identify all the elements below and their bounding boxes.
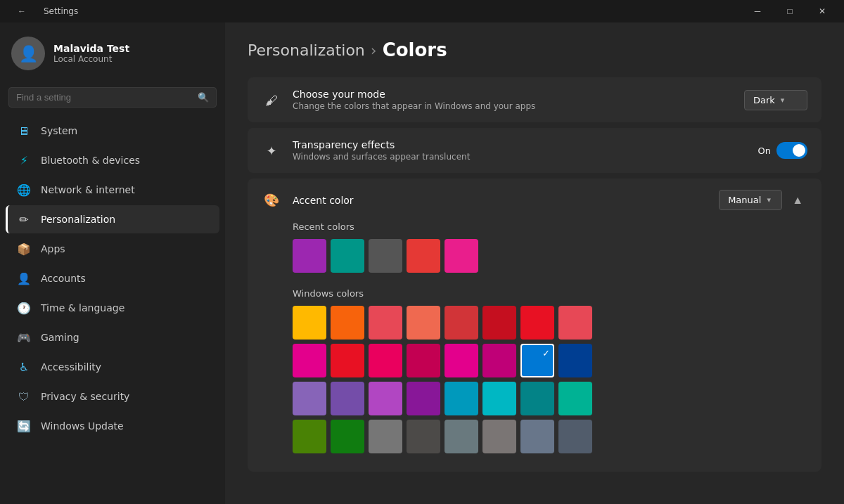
win-swatch-2-3[interactable] xyxy=(407,382,440,415)
win-swatch-3-3[interactable] xyxy=(407,420,440,453)
nav-network[interactable]: 🌐 Network & internet xyxy=(6,176,219,204)
accent-text: Accent color xyxy=(293,195,708,206)
apps-icon: 📦 xyxy=(17,242,31,256)
win-swatch-1-4[interactable] xyxy=(445,344,478,377)
win-swatch-3-6[interactable] xyxy=(520,420,554,453)
transparency-card: ✦ Transparency effects Windows and surfa… xyxy=(248,128,821,173)
user-name: Malavida Test xyxy=(53,43,129,54)
breadcrumb-parent[interactable]: Personalization xyxy=(248,41,365,59)
mode-dropdown[interactable]: Dark ▾ xyxy=(744,90,807,110)
win-swatch-1-3[interactable] xyxy=(407,344,440,377)
transparency-toggle[interactable] xyxy=(776,142,807,159)
accent-icon: 🎨 xyxy=(262,190,281,210)
recent-colors-row xyxy=(293,239,807,273)
privacy-icon: 🛡 xyxy=(17,389,31,403)
main-content: Personalization › Colors 🖌 Choose your m… xyxy=(225,22,844,504)
maximize-button[interactable]: □ xyxy=(774,0,806,22)
recent-swatch-1[interactable] xyxy=(331,239,364,273)
win-swatch-0-2[interactable] xyxy=(369,306,402,340)
win-swatch-3-5[interactable] xyxy=(482,420,516,453)
win-swatch-3-1[interactable] xyxy=(331,420,364,453)
mode-card: 🖌 Choose your mode Change the colors tha… xyxy=(248,77,821,122)
windows-colors-row-3 xyxy=(293,420,807,453)
nav-bluetooth[interactable]: ⚡ Bluetooth & devices xyxy=(6,146,219,174)
recent-swatch-3[interactable] xyxy=(407,239,440,273)
win-swatch-0-7[interactable] xyxy=(558,306,592,340)
win-swatch-0-6[interactable] xyxy=(520,306,554,340)
transparency-text: Transparency effects Windows and surface… xyxy=(293,139,747,162)
search-input[interactable] xyxy=(16,92,195,103)
win-swatch-0-0[interactable] xyxy=(293,306,326,340)
nav-time-label: Time & language xyxy=(41,302,124,314)
windows-colors-row-1: ✓ xyxy=(293,344,807,377)
win-swatch-1-0[interactable] xyxy=(293,344,326,377)
minimize-button[interactable]: ─ xyxy=(741,0,774,22)
user-section: 👤 Malavida Test Local Account xyxy=(0,22,225,84)
win-swatch-2-7[interactable] xyxy=(558,382,592,415)
accent-card: 🎨 Accent color Manual ▾ ▲ Recent colors xyxy=(248,179,821,472)
win-swatch-0-4[interactable] xyxy=(445,306,478,340)
accent-card-body: Recent colors Windows colors xyxy=(248,221,821,472)
network-icon: 🌐 xyxy=(17,183,31,197)
nav-privacy[interactable]: 🛡 Privacy & security xyxy=(6,382,219,411)
win-swatch-3-0[interactable] xyxy=(293,420,326,453)
windows-colors-row-0 xyxy=(293,306,807,340)
win-swatch-2-5[interactable] xyxy=(482,382,516,415)
nav-bluetooth-label: Bluetooth & devices xyxy=(41,155,140,166)
win-swatch-2-4[interactable] xyxy=(445,382,478,415)
nav-apps[interactable]: 📦 Apps xyxy=(6,235,219,263)
win-swatch-2-6[interactable] xyxy=(520,382,554,415)
transparency-control: On xyxy=(758,142,807,159)
transparency-on-label: On xyxy=(758,146,771,156)
recent-swatch-2[interactable] xyxy=(369,239,402,273)
win-swatch-0-3[interactable] xyxy=(407,306,440,340)
close-button[interactable]: ✕ xyxy=(806,0,838,22)
title-bar-left: ← Settings xyxy=(6,0,78,22)
app-body: 👤 Malavida Test Local Account 🔍 🖥 System… xyxy=(0,22,844,504)
nav-accessibility[interactable]: ♿ Accessibility xyxy=(6,353,219,381)
selected-checkmark: ✓ xyxy=(542,348,550,358)
win-swatch-0-1[interactable] xyxy=(331,306,364,340)
nav-time[interactable]: 🕐 Time & language xyxy=(6,294,219,322)
win-swatch-1-6[interactable]: ✓ xyxy=(520,344,554,377)
nav-accounts[interactable]: 👤 Accounts xyxy=(6,264,219,292)
accessibility-icon: ♿ xyxy=(17,360,31,374)
breadcrumb-current: Colors xyxy=(383,39,447,60)
nav-update[interactable]: 🔄 Windows Update xyxy=(6,412,219,440)
nav-apps-label: Apps xyxy=(41,243,65,254)
nav-system[interactable]: 🖥 System xyxy=(6,117,219,145)
win-swatch-3-7[interactable] xyxy=(558,420,592,453)
nav-gaming[interactable]: 🎮 Gaming xyxy=(6,323,219,351)
recent-swatch-4[interactable] xyxy=(445,239,478,273)
recent-swatch-0[interactable] xyxy=(293,239,326,273)
bluetooth-icon: ⚡ xyxy=(17,153,31,167)
accent-dropdown-arrow: ▾ xyxy=(767,195,771,205)
accent-collapse-button[interactable]: ▲ xyxy=(788,193,807,208)
win-swatch-0-5[interactable] xyxy=(482,306,516,340)
search-box[interactable]: 🔍 xyxy=(8,87,217,108)
avatar: 👤 xyxy=(11,37,45,70)
win-swatch-1-7[interactable] xyxy=(558,344,592,377)
win-swatch-3-4[interactable] xyxy=(445,420,478,453)
back-button[interactable]: ← xyxy=(6,0,38,22)
accent-dropdown-row: Manual ▾ ▲ xyxy=(719,190,807,210)
win-swatch-2-0[interactable] xyxy=(293,382,326,415)
nav-accessibility-label: Accessibility xyxy=(41,361,101,373)
win-swatch-3-2[interactable] xyxy=(369,420,402,453)
nav-personalization[interactable]: ✏ Personalization xyxy=(6,205,219,233)
mode-dropdown-arrow: ▾ xyxy=(781,96,785,105)
accounts-icon: 👤 xyxy=(17,271,31,285)
win-swatch-1-2[interactable] xyxy=(369,344,402,377)
windows-colors-row-2 xyxy=(293,382,807,415)
nav-personalization-label: Personalization xyxy=(41,214,115,225)
win-swatch-1-5[interactable] xyxy=(482,344,516,377)
win-swatch-1-1[interactable] xyxy=(331,344,364,377)
nav-gaming-label: Gaming xyxy=(41,332,79,343)
personalization-icon: ✏ xyxy=(17,212,31,226)
user-type: Local Account xyxy=(53,54,129,64)
accent-title: Accent color xyxy=(293,195,708,206)
accent-dropdown[interactable]: Manual ▾ xyxy=(719,190,782,210)
title-bar-controls: ─ □ ✕ xyxy=(741,0,838,22)
win-swatch-2-1[interactable] xyxy=(331,382,364,415)
win-swatch-2-2[interactable] xyxy=(369,382,402,415)
